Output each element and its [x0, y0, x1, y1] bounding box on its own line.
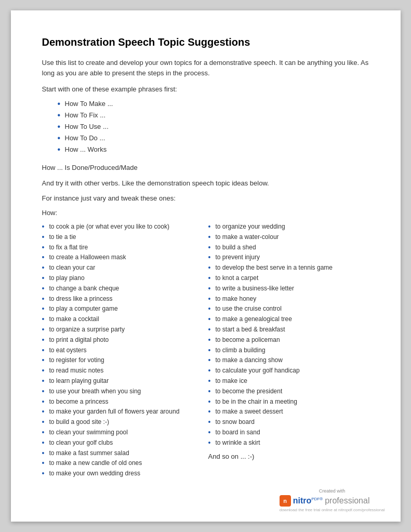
list-item: to organize your wedding [208, 222, 369, 232]
nitro-professional: professional [325, 496, 369, 506]
list-item: to tie a tie [42, 232, 203, 243]
phrase-item: How To Use ... [58, 121, 369, 132]
list-item: to build a good site :-) [42, 417, 203, 428]
phrase-item: How ... Works [58, 144, 369, 155]
created-with-label: Created with [280, 488, 385, 494]
intro-text: Use this list to create and develop your… [42, 58, 369, 78]
two-column-list: to cook a pie (or what ever you like to … [42, 222, 369, 479]
start-phrase: Start with one of these example phrases … [42, 85, 369, 93]
phrase-item: How To Make ... [58, 98, 369, 110]
list-item: to make honey [208, 294, 369, 304]
list-item: to print a digital photo [42, 335, 203, 345]
list-item: to clean your swimming pool [42, 428, 203, 438]
left-column: to cook a pie (or what ever you like to … [42, 222, 203, 479]
list-item: to become the president [208, 387, 369, 397]
how-label: How: [42, 209, 369, 217]
list-item: to become a policeman [208, 335, 369, 345]
list-item: to learn playing guitar [42, 376, 203, 387]
middle-text3: For instance just vary and tweak these o… [42, 193, 369, 204]
left-list: to cook a pie (or what ever you like to … [42, 222, 203, 479]
list-item: to become a princess [42, 397, 203, 407]
list-item: to change a bank cheque [42, 284, 203, 294]
list-item: to knot a carpet [208, 273, 369, 284]
list-item: to clean your car [42, 263, 203, 273]
nitro-logo: n nitroPDF® professional [280, 495, 385, 507]
list-item: to make a water-colour [208, 232, 369, 243]
nitro-icon: n [280, 495, 291, 507]
list-item: to use the cruise control [208, 304, 369, 314]
list-item: to play piano [42, 273, 203, 284]
list-item: to register for voting [42, 355, 203, 366]
list-item: to make your garden full of flowers year… [42, 407, 203, 417]
list-item: to write a business-like letter [208, 284, 369, 294]
list-item: to cook a pie (or what ever you like to … [42, 222, 203, 232]
list-item: to read music notes [42, 366, 203, 376]
footer: Created with n nitroPDF® professional do… [280, 488, 385, 512]
nitro-sup: PDF® [311, 497, 323, 501]
right-column: to organize your weddingto make a water-… [208, 222, 369, 479]
list-item: to board in sand [208, 428, 369, 438]
list-item: to make a cocktail [42, 314, 203, 325]
list-item: to make ice [208, 376, 369, 387]
page: Demonstration Speech Topic Suggestions U… [11, 10, 401, 522]
list-item: to climb a building [208, 345, 369, 356]
right-list: to organize your weddingto make a water-… [208, 222, 369, 448]
list-item: to fix a flat tire [42, 243, 203, 253]
phrase-item: How To Fix ... [58, 110, 369, 121]
list-item: to eat oysters [42, 345, 203, 356]
list-item: to calculate your golf handicap [208, 366, 369, 376]
list-item: to wrinkle a skirt [208, 438, 369, 448]
list-item: to build a shed [208, 243, 369, 253]
phrase-item: How To Do ... [58, 132, 369, 144]
middle-text1: How ... Is Done/Produced/Made [42, 163, 369, 173]
page-title: Demonstration Speech Topic Suggestions [42, 36, 369, 48]
list-item: to be in the chair in a meeting [208, 397, 369, 407]
list-item: to make a genealogical tree [208, 314, 369, 325]
and-so-on: And so on ... :-) [208, 453, 369, 460]
footer-sub: download the free trial online at nitrop… [280, 508, 385, 512]
list-item: to make a sweet dessert [208, 407, 369, 417]
list-item: to make a new candle of old ones [42, 458, 203, 469]
list-item: to dress like a princess [42, 294, 203, 304]
list-item: to start a bed & breakfast [208, 325, 369, 335]
list-item: to create a Halloween mask [42, 252, 203, 263]
list-item: to make your own wedding dress [42, 469, 203, 479]
list-item: to make a fast summer salad [42, 448, 203, 459]
list-item: to make a dancing show [208, 355, 369, 366]
list-item: to prevent injury [208, 252, 369, 263]
list-item: to organize a surprise party [42, 325, 203, 335]
list-item: to play a computer game [42, 304, 203, 314]
nitro-brand: nitroPDF® [293, 496, 323, 506]
list-item: to clean your golf clubs [42, 438, 203, 448]
list-item: to snow board [208, 417, 369, 428]
list-item: to develop the best serve in a tennis ga… [208, 263, 369, 273]
list-item: to use your breath when you sing [42, 387, 203, 397]
middle-text2: And try it with other verbs. Like the de… [42, 178, 369, 189]
phrase-list: How To Make ...How To Fix ...How To Use … [58, 98, 369, 155]
